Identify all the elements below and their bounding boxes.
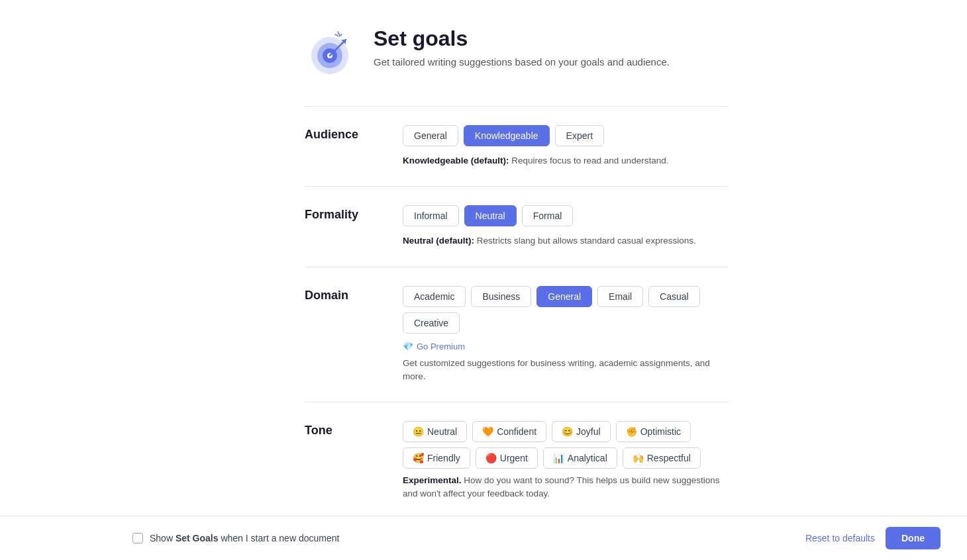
header: Set goals Get tailored writing suggestio… bbox=[305, 26, 729, 79]
tone-btn-analytical[interactable]: 📊 Analytical bbox=[543, 447, 617, 469]
page-title: Set goals bbox=[374, 26, 670, 51]
domain-section: Domain Academic Business General Email C… bbox=[305, 267, 729, 402]
audience-btn-expert[interactable]: Expert bbox=[555, 125, 604, 146]
done-button[interactable]: Done bbox=[886, 527, 941, 549]
audience-section: Audience General Knowledgeable Expert Kn… bbox=[305, 106, 729, 186]
tone-emoji-joyful: 😊 bbox=[562, 426, 573, 437]
show-on-new-doc-checkbox[interactable] bbox=[132, 533, 143, 543]
domain-description: Get customized suggestions for business … bbox=[403, 357, 729, 384]
go-premium-label: Go Premium bbox=[417, 342, 465, 351]
tone-emoji-confident: 🧡 bbox=[482, 426, 493, 437]
tone-label: Tone bbox=[305, 421, 384, 438]
tone-label-confident: Confident bbox=[497, 426, 536, 437]
domain-btn-group: Academic Business General Email Casual C… bbox=[403, 286, 729, 334]
audience-description: Knowledgeable (default): Requires focus … bbox=[403, 154, 729, 167]
audience-desc-text: Requires focus to read and understand. bbox=[509, 156, 669, 165]
tone-btn-respectful[interactable]: 🙌 Respectful bbox=[623, 447, 701, 469]
tone-emoji-neutral: 😐 bbox=[413, 426, 424, 437]
audience-desc-strong: Knowledgeable (default): bbox=[403, 156, 509, 165]
page-description: Get tailored writing suggestions based o… bbox=[374, 56, 670, 68]
tone-row-1: 😐 Neutral 🧡 Confident 😊 Joyful ✊ Optimis… bbox=[403, 421, 729, 442]
svg-line-8 bbox=[335, 34, 338, 36]
set-goals-icon bbox=[305, 26, 358, 79]
tone-emoji-optimistic: ✊ bbox=[626, 426, 637, 437]
tone-btn-friendly[interactable]: 🥰 Friendly bbox=[403, 447, 470, 469]
tone-content: 😐 Neutral 🧡 Confident 😊 Joyful ✊ Optimis… bbox=[403, 421, 729, 501]
domain-btn-academic[interactable]: Academic bbox=[403, 286, 466, 307]
tone-emoji-friendly: 🥰 bbox=[413, 453, 424, 463]
tone-section: Tone 😐 Neutral 🧡 Confident 😊 Joyful ✊ Op… bbox=[305, 402, 729, 520]
go-premium-link[interactable]: 💎 Go Premium bbox=[403, 342, 729, 351]
footer-label-show: Show bbox=[150, 533, 173, 543]
audience-content: General Knowledgeable Expert Knowledgeab… bbox=[403, 125, 729, 167]
formality-content: Informal Neutral Formal Neutral (default… bbox=[403, 205, 729, 248]
footer-label-bold: Set Goals bbox=[176, 533, 219, 543]
tone-btn-joyful[interactable]: 😊 Joyful bbox=[552, 421, 611, 442]
diamond-icon: 💎 bbox=[403, 342, 413, 351]
formality-desc-strong: Neutral (default): bbox=[403, 236, 474, 246]
domain-btn-business[interactable]: Business bbox=[471, 286, 531, 307]
formality-label: Formality bbox=[305, 205, 384, 222]
footer-left: Show Set Goals when I start a new docume… bbox=[132, 533, 339, 543]
formality-section: Formality Informal Neutral Formal Neutra… bbox=[305, 186, 729, 266]
tone-row-2: 🥰 Friendly 🔴 Urgent 📊 Analytical 🙌 Respe… bbox=[403, 447, 729, 469]
tone-emoji-analytical: 📊 bbox=[553, 453, 564, 463]
domain-btn-casual[interactable]: Casual bbox=[648, 286, 700, 307]
tone-label-respectful: Respectful bbox=[647, 453, 691, 463]
tone-btn-optimistic[interactable]: ✊ Optimistic bbox=[616, 421, 691, 442]
audience-btn-general[interactable]: General bbox=[403, 125, 458, 146]
domain-content: Academic Business General Email Casual C… bbox=[403, 286, 729, 384]
domain-btn-creative[interactable]: Creative bbox=[403, 312, 460, 334]
tone-btn-neutral[interactable]: 😐 Neutral bbox=[403, 421, 467, 442]
tone-label-optimistic: Optimistic bbox=[640, 426, 681, 437]
tone-emoji-urgent: 🔴 bbox=[485, 453, 497, 463]
reset-defaults-button[interactable]: Reset to defaults bbox=[805, 533, 875, 543]
footer-right: Reset to defaults Done bbox=[805, 527, 941, 549]
formality-btn-group: Informal Neutral Formal bbox=[403, 205, 729, 226]
tone-desc-strong: Experimental. bbox=[403, 475, 462, 485]
formality-btn-informal[interactable]: Informal bbox=[403, 205, 459, 226]
tone-label-urgent: Urgent bbox=[500, 453, 528, 463]
audience-label: Audience bbox=[305, 125, 384, 142]
footer: Show Set Goals when I start a new docume… bbox=[0, 516, 967, 560]
formality-desc-text: Restricts slang but allows standard casu… bbox=[474, 236, 696, 246]
tone-btn-urgent[interactable]: 🔴 Urgent bbox=[476, 447, 538, 469]
formality-btn-formal[interactable]: Formal bbox=[522, 205, 574, 226]
tone-emoji-respectful: 🙌 bbox=[633, 453, 644, 463]
domain-label: Domain bbox=[305, 286, 384, 303]
domain-btn-general[interactable]: General bbox=[536, 286, 592, 307]
tone-label-friendly: Friendly bbox=[427, 453, 460, 463]
footer-checkbox-label: Show Set Goals when I start a new docume… bbox=[150, 533, 339, 543]
formality-btn-neutral[interactable]: Neutral bbox=[464, 205, 517, 226]
domain-btn-email[interactable]: Email bbox=[597, 286, 643, 307]
tone-label-joyful: Joyful bbox=[576, 426, 601, 437]
footer-label-after: when I start a new document bbox=[221, 533, 339, 543]
formality-description: Neutral (default): Restricts slang but a… bbox=[403, 234, 729, 248]
tone-btn-confident[interactable]: 🧡 Confident bbox=[472, 421, 546, 442]
audience-btn-knowledgeable[interactable]: Knowledgeable bbox=[464, 125, 550, 146]
svg-line-6 bbox=[338, 32, 340, 36]
header-text: Set goals Get tailored writing suggestio… bbox=[374, 26, 670, 68]
tone-description: Experimental. How do you want to sound? … bbox=[403, 474, 729, 501]
tone-label-neutral: Neutral bbox=[427, 426, 457, 437]
audience-btn-group: General Knowledgeable Expert bbox=[403, 125, 729, 146]
tone-label-analytical: Analytical bbox=[568, 453, 607, 463]
